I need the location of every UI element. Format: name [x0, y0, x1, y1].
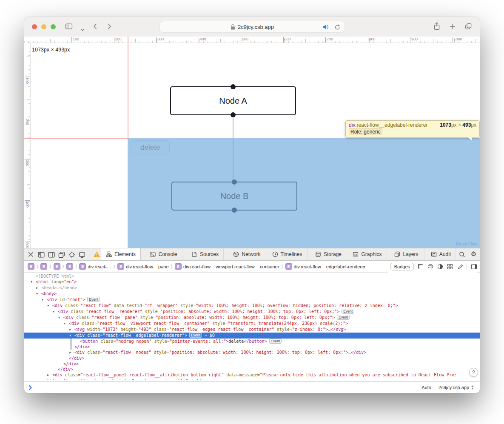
syntax-segment: "root"	[67, 297, 83, 302]
syntax-segment: </button>	[244, 339, 267, 344]
dock-right-icon[interactable]	[48, 251, 55, 260]
lock-icon	[231, 24, 235, 30]
node-picker-icon[interactable]	[68, 251, 75, 260]
console-prompt-icon[interactable]	[28, 384, 32, 392]
breadcrumb-item[interactable]: Ediv.react-flow__viewport.react-flow__co…	[175, 263, 279, 270]
dom-tree-row[interactable]: <button class="nodrag nopan" style="poin…	[24, 339, 480, 344]
reload-icon[interactable]	[335, 24, 340, 31]
disclosure-arrow-icon[interactable]: ▶	[36, 285, 41, 291]
disclosure-arrow-icon[interactable]: ▼	[69, 333, 74, 339]
tab-network[interactable]: Network	[228, 248, 266, 260]
dom-tree-row[interactable]: ▶<div class="react-flow__panel react-flo…	[24, 372, 468, 380]
dom-tree-row[interactable]: ▼<html lang="en">	[24, 279, 480, 285]
tab-label: Storage	[324, 251, 342, 257]
syntax-segment: <div	[69, 321, 79, 326]
dom-tree-row[interactable]: ▶<svg width="1073" height="493" class="r…	[24, 327, 480, 333]
new-tab-icon[interactable]	[450, 23, 456, 31]
ruler-icon[interactable]	[418, 264, 424, 270]
gear-icon[interactable]: ⚙	[471, 250, 476, 258]
tab-layers[interactable]: Layers	[389, 248, 424, 260]
tab-timelines[interactable]: Timelines	[267, 248, 308, 260]
browser-viewport: Node A delete Node B React Flow 10020030…	[24, 37, 480, 248]
forward-icon[interactable]	[108, 23, 111, 31]
breadcrumb-item[interactable]: Ediv.react-flow__edgelabel-renderer	[285, 263, 366, 270]
dom-tree-row[interactable]: ▼<div class="react-flow__renderer" style…	[24, 309, 480, 315]
syntax-segment: data-testid=	[111, 303, 145, 308]
breadcrumb-separator: ⟩	[114, 264, 115, 269]
sidebar-icon[interactable]	[65, 23, 73, 31]
dom-tree-row[interactable]: </div>	[24, 344, 480, 350]
dom-tree-row[interactable]: <!DOCTYPE html>	[24, 273, 480, 279]
dom-tree-row[interactable]: ▼<div id="root">Event	[24, 297, 480, 303]
node-handle-icon[interactable]	[231, 84, 236, 89]
dom-tree-row[interactable]: ▶<div class="react-flow__nodes" style="p…	[24, 350, 480, 356]
dom-tree-row[interactable]: ▼<div class="react-flow__edgelabel-rende…	[24, 333, 480, 339]
dom-tree-row[interactable]: </div>	[24, 361, 480, 367]
breadcrumb-label: div.react-flow__edgelabel-renderer	[294, 264, 366, 269]
syntax-segment: delete	[228, 339, 244, 344]
disclosure-arrow-icon[interactable]: ▼	[47, 303, 52, 309]
element-badge-icon: E	[28, 263, 34, 270]
url-text: 2c9jcy.csb.app	[238, 24, 274, 30]
dom-tree-row[interactable]: ▼<div class="react-flow__viewport react-…	[24, 321, 480, 327]
warning-icon[interactable]	[93, 251, 100, 259]
chevron-down-icon[interactable]	[80, 26, 85, 33]
brush-icon[interactable]	[457, 264, 463, 270]
search-icon[interactable]	[459, 251, 465, 259]
flow-node-a[interactable]: Node A	[170, 86, 296, 115]
breadcrumb-item[interactable]: E	[28, 263, 34, 270]
minimize-window-button[interactable]	[41, 24, 46, 29]
address-bar[interactable]: 2c9jcy.csb.app	[159, 21, 345, 33]
help-button[interactable]: ?	[469, 368, 478, 377]
dom-tree-row[interactable]: ▼<div class="react-flow__pane" style="po…	[24, 315, 480, 321]
disclosure-arrow-icon[interactable]: ▼	[64, 321, 69, 327]
undock-icon[interactable]	[58, 251, 65, 260]
breadcrumb-item[interactable]: Ediv.react-…	[79, 263, 111, 270]
dom-tree-row[interactable]: </div>	[24, 356, 480, 361]
disclosure-arrow-icon[interactable]: ▼	[42, 297, 47, 303]
disclosure-arrow-icon[interactable]: ▼	[36, 291, 41, 297]
tab-console[interactable]: Console	[145, 248, 182, 260]
tab-sources[interactable]: Sources	[187, 248, 224, 260]
print-icon[interactable]	[427, 264, 433, 270]
ruler-label: 800	[368, 37, 376, 41]
disclosure-arrow-icon[interactable]: ▼	[53, 309, 58, 315]
badges-button[interactable]: Badges	[390, 263, 414, 270]
breadcrumb-item[interactable]: E	[66, 263, 73, 270]
tab-audit[interactable]: Audit	[426, 248, 456, 260]
share-icon[interactable]	[433, 22, 440, 32]
grid-icon[interactable]	[447, 264, 453, 270]
dom-tree-row[interactable]: ▼<div class="react-flow" data-testid="rf…	[24, 303, 480, 309]
close-window-button[interactable]	[32, 24, 37, 29]
dom-tree-row[interactable]: ▼<body>	[24, 291, 480, 297]
zoom-window-button[interactable]	[51, 24, 56, 29]
sidebar-right-icon[interactable]	[471, 264, 477, 270]
tab-elements[interactable]: Elements	[101, 248, 141, 260]
dom-tree-row[interactable]: ▶<head>…</head>	[24, 285, 480, 291]
node-handle-icon[interactable]	[231, 112, 236, 117]
tab-storage[interactable]: Storage	[311, 248, 346, 260]
breadcrumb-item[interactable]: E	[40, 263, 47, 270]
close-icon[interactable]	[28, 251, 34, 260]
disclosure-arrow-icon[interactable]: ▶	[69, 350, 74, 356]
tab-label: Audit	[439, 251, 451, 257]
disclosure-arrow-icon[interactable]: ▶	[69, 327, 74, 333]
back-icon[interactable]	[93, 23, 97, 31]
dom-tree-row[interactable]: </div>	[24, 367, 480, 372]
tab-overview-icon[interactable]	[465, 23, 472, 31]
browser-toolbar: 2c9jcy.csb.app	[24, 17, 480, 37]
syntax-segment: class=	[151, 327, 169, 332]
tooltip-classes: .react-flow__edgelabel-renderer	[355, 122, 427, 128]
disclosure-arrow-icon[interactable]: ▼	[31, 279, 36, 285]
disclosure-arrow-icon[interactable]: ▶	[47, 373, 52, 378]
syntax-segment: width=	[85, 327, 103, 332]
audio-speaker-icon[interactable]	[323, 24, 329, 31]
breadcrumb-item[interactable]: E	[54, 263, 60, 270]
breadcrumb-item[interactable]: Ediv.react-flow__pane	[117, 263, 169, 270]
contrast-icon[interactable]	[437, 264, 443, 270]
tab-graphics[interactable]: Graphics	[348, 248, 387, 260]
device-icon[interactable]	[79, 251, 85, 260]
disclosure-arrow-icon[interactable]: ▼	[58, 315, 63, 321]
inspection-target-select[interactable]: Auto — 2c9jcy.csb.app	[421, 382, 474, 393]
dock-left-icon[interactable]	[38, 251, 45, 260]
